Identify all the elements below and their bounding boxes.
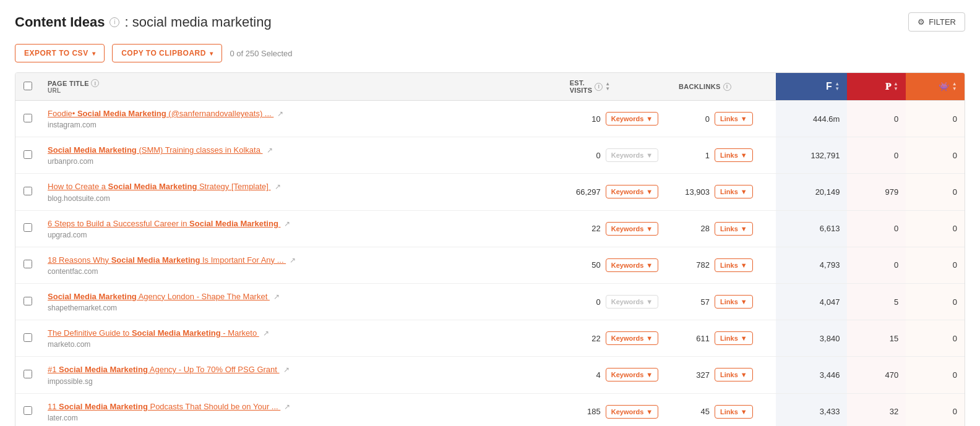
row-title-cell: 11 Social Media Marketing Podcasts That … (40, 393, 562, 426)
external-link-icon[interactable]: ↗ (267, 146, 273, 155)
page-title: Content Ideas (15, 14, 105, 30)
keywords-label: Keywords (611, 115, 644, 122)
row-page-url: blog.hootsuite.com (48, 194, 555, 203)
row-page-title-link[interactable]: Social Media Marketing (SMM) Training cl… (48, 145, 263, 155)
links-label: Links (720, 115, 738, 122)
copy-clipboard-button[interactable]: COPY TO CLIPBOARD ▾ (112, 44, 222, 62)
row-checkbox[interactable] (24, 114, 32, 122)
keywords-label: Keywords (611, 188, 644, 195)
row-page-title-link[interactable]: 18 Reasons Why Social Media Marketing Is… (48, 255, 286, 265)
links-dropdown[interactable]: Links ▼ (715, 185, 753, 198)
row-checkbox[interactable] (24, 370, 32, 378)
links-dropdown[interactable]: Links ▼ (715, 368, 753, 381)
row-checkbox-cell[interactable] (15, 357, 40, 393)
row-page-url: later.com (48, 414, 555, 422)
row-checkbox[interactable] (24, 333, 32, 342)
row-page-title-link[interactable]: 6 Steps to Build a Successful Career in … (48, 219, 280, 228)
keywords-dropdown[interactable]: Keywords ▼ (606, 185, 658, 198)
row-checkbox-cell[interactable] (15, 320, 40, 357)
row-page-title-link[interactable]: The Definitive Guide to Social Media Mar… (48, 328, 259, 338)
col-pinterest-sort-icon[interactable]: ▲▼ (893, 82, 898, 92)
row-pinterest-count: 0 (847, 101, 906, 137)
links-dropdown[interactable]: Links ▼ (715, 331, 753, 345)
links-chevron-icon: ▼ (741, 262, 747, 269)
links-dropdown[interactable]: Links ▼ (715, 148, 753, 162)
export-csv-button[interactable]: EXPORT TO CSV ▾ (15, 44, 105, 62)
external-link-icon[interactable]: ↗ (290, 256, 296, 265)
row-checkbox-cell[interactable] (15, 101, 40, 137)
row-page-title-link[interactable]: How to Create a Social Media Marketing S… (48, 182, 271, 191)
col-url-label: URL (48, 87, 555, 94)
row-visits-num: 0 (570, 151, 601, 160)
links-dropdown[interactable]: Links ▼ (715, 258, 753, 272)
row-pinterest-count: 0 (847, 210, 906, 247)
copy-chevron-icon: ▾ (210, 50, 213, 57)
col-backlinks-info-icon[interactable]: i (723, 83, 731, 91)
col-visits-label: EST.VISITS (570, 79, 593, 94)
col-title-info-icon[interactable]: i (91, 79, 99, 87)
row-checkbox-cell[interactable] (15, 247, 40, 283)
row-backlinks-cell: 0 Links ▼ (671, 101, 776, 137)
external-link-icon[interactable]: ↗ (273, 292, 280, 301)
export-label: EXPORT TO CSV (24, 49, 88, 58)
row-reddit-count: 0 (906, 357, 965, 393)
col-visits-info-icon[interactable]: i (595, 83, 603, 91)
row-checkbox[interactable] (24, 260, 32, 268)
filter-button[interactable]: ⚙ FILTER (908, 12, 965, 32)
row-facebook-count: 3,433 (776, 393, 848, 426)
row-page-url: contentfac.com (48, 267, 555, 276)
keywords-dropdown[interactable]: Keywords ▼ (606, 295, 658, 309)
row-pinterest-count: 5 (847, 283, 906, 320)
external-link-icon[interactable]: ↗ (283, 365, 290, 374)
row-checkbox-cell[interactable] (15, 283, 40, 320)
col-header-title: PAGE TITLE i URL (40, 73, 562, 101)
external-link-icon[interactable]: ↗ (275, 182, 281, 191)
keywords-dropdown[interactable]: Keywords ▼ (606, 222, 658, 236)
row-checkbox-cell[interactable] (15, 210, 40, 247)
row-checkbox[interactable] (24, 223, 32, 232)
row-checkbox-cell[interactable] (15, 393, 40, 426)
col-facebook-sort-icon[interactable]: ▲▼ (835, 82, 840, 92)
row-checkbox-cell[interactable] (15, 137, 40, 174)
links-dropdown[interactable]: Links ▼ (715, 405, 753, 419)
keywords-dropdown[interactable]: Keywords ▼ (606, 148, 658, 162)
row-checkbox[interactable] (24, 150, 32, 159)
row-page-title-link[interactable]: Foodie• Social Media Marketing (@sanfern… (48, 109, 273, 118)
row-visits-num: 22 (570, 224, 601, 233)
select-all-checkbox[interactable] (24, 82, 32, 90)
external-link-icon[interactable]: ↗ (263, 329, 269, 338)
row-checkbox[interactable] (24, 297, 32, 305)
col-header-visits: EST.VISITS i ▲▼ (562, 73, 671, 101)
row-visits-cell: 185 Keywords ▼ (562, 393, 671, 426)
links-dropdown[interactable]: Links ▼ (715, 222, 753, 236)
title-query: : social media marketing (124, 14, 271, 30)
row-reddit-count: 0 (906, 210, 965, 247)
keywords-chevron-icon: ▼ (646, 408, 653, 415)
keywords-dropdown[interactable]: Keywords ▼ (606, 258, 658, 272)
keywords-dropdown[interactable]: Keywords ▼ (606, 112, 658, 126)
facebook-icon: f (826, 81, 832, 92)
col-visits-sort-icon[interactable]: ▲▼ (605, 82, 610, 92)
row-backlinks-num: 28 (679, 224, 710, 233)
links-dropdown[interactable]: Links ▼ (715, 112, 753, 126)
row-page-title-link[interactable]: #1 Social Media Marketing Agency - Up To… (48, 365, 280, 374)
external-link-icon[interactable]: ↗ (284, 403, 290, 411)
col-reddit-sort-icon[interactable]: ▲▼ (952, 82, 957, 92)
row-checkbox[interactable] (24, 406, 32, 415)
row-checkbox[interactable] (24, 187, 32, 195)
row-page-title-link[interactable]: Social Media Marketing Agency London - S… (48, 292, 270, 301)
keywords-dropdown[interactable]: Keywords ▼ (606, 405, 658, 419)
external-link-icon[interactable]: ↗ (284, 219, 290, 228)
links-chevron-icon: ▼ (741, 151, 747, 159)
row-visits-cell: 0 Keywords ▼ (562, 137, 671, 174)
external-link-icon[interactable]: ↗ (277, 109, 283, 118)
row-page-title-link[interactable]: 11 Social Media Marketing Podcasts That … (48, 402, 280, 411)
links-dropdown[interactable]: Links ▼ (715, 295, 753, 309)
keywords-dropdown[interactable]: Keywords ▼ (606, 331, 658, 345)
keywords-chevron-icon: ▼ (646, 334, 653, 342)
title-info-icon[interactable]: i (110, 17, 119, 27)
row-pinterest-count: 470 (847, 357, 906, 393)
keywords-dropdown[interactable]: Keywords ▼ (606, 368, 658, 381)
row-checkbox-cell[interactable] (15, 174, 40, 210)
select-all-header[interactable] (15, 73, 40, 101)
